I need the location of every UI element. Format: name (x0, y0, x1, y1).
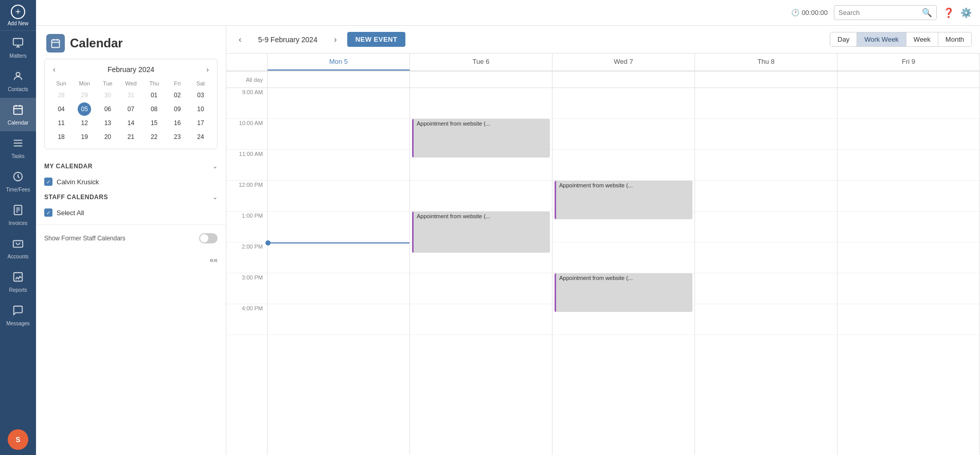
day-slot[interactable] (268, 273, 409, 304)
view-month-button[interactable]: Month (938, 32, 971, 46)
mini-cal-day[interactable]: 08 (148, 102, 161, 116)
day-slot[interactable] (268, 150, 409, 181)
day-slot[interactable] (268, 242, 409, 273)
staff-select-all-item[interactable]: ✓ Select All (44, 206, 218, 219)
my-calendar-item-calvin[interactable]: ✓ Calvin Krusick (44, 175, 218, 188)
mini-cal-day[interactable]: 28 (55, 89, 68, 102)
calvin-checkbox[interactable]: ✓ (44, 178, 52, 186)
view-day-button[interactable]: Day (830, 32, 857, 46)
new-event-button[interactable]: NEW EVENT (347, 32, 406, 47)
mini-cal-day[interactable]: 23 (171, 130, 184, 144)
mini-cal-day[interactable]: 13 (101, 116, 114, 130)
day-slot[interactable] (838, 88, 979, 119)
day-slot[interactable] (268, 304, 409, 335)
mini-cal-day[interactable]: 10 (194, 102, 207, 116)
day-col-wed[interactable]: Appointment from website (... Appointmen… (553, 88, 695, 455)
mini-cal-day[interactable]: 20 (101, 130, 114, 144)
day-slot[interactable] (838, 181, 979, 212)
sidebar-item-reports[interactable]: Reports (0, 265, 36, 299)
staff-calendars-header[interactable]: STAFF CALENDARS ⌄ (44, 188, 218, 206)
day-slot[interactable] (268, 181, 409, 212)
mini-cal-day[interactable]: 22 (148, 130, 161, 144)
day-slot[interactable] (695, 242, 837, 273)
user-logo[interactable]: S (8, 429, 28, 450)
day-slot[interactable] (695, 304, 837, 335)
day-slot[interactable] (410, 304, 552, 335)
collapse-panel-button[interactable]: «« (36, 252, 226, 268)
mini-cal-day[interactable]: 30 (101, 89, 114, 102)
day-slot[interactable] (838, 242, 979, 273)
calendar-prev-button[interactable]: ‹ (235, 33, 245, 46)
view-week-button[interactable]: Week (906, 32, 938, 46)
event-appointment-tue-1pm[interactable]: Appointment from website (... (412, 212, 550, 253)
mini-cal-day[interactable]: 11 (55, 116, 68, 130)
day-slot[interactable] (553, 150, 694, 181)
day-slot[interactable] (553, 88, 694, 119)
calendar-next-button[interactable]: › (330, 33, 341, 46)
mini-cal-day[interactable]: 12 (78, 116, 91, 130)
mini-cal-day[interactable]: 29 (78, 89, 91, 102)
day-slot[interactable] (410, 181, 552, 212)
mini-cal-day[interactable]: 06 (101, 102, 114, 116)
mini-cal-day[interactable]: 03 (194, 89, 207, 102)
day-slot[interactable] (553, 119, 694, 150)
day-slot[interactable] (838, 212, 979, 242)
mini-cal-day[interactable]: 15 (148, 116, 161, 130)
day-slot[interactable] (553, 242, 694, 273)
day-slot[interactable] (838, 304, 979, 335)
day-col-thu[interactable] (695, 88, 838, 455)
settings-icon[interactable]: ⚙️ (960, 7, 972, 19)
day-slot[interactable] (268, 119, 409, 150)
event-appointment-wed-3pm[interactable]: Appointment from website (... (555, 273, 692, 312)
mini-cal-day[interactable]: 02 (171, 89, 184, 102)
day-slot[interactable] (410, 273, 552, 304)
day-slot[interactable] (695, 88, 837, 119)
sidebar-item-invoices[interactable]: Invoices (0, 198, 36, 232)
day-slot[interactable] (838, 150, 979, 181)
day-slot[interactable] (838, 273, 979, 304)
search-input[interactable] (839, 9, 919, 16)
day-slot[interactable] (268, 88, 409, 119)
mini-cal-day[interactable]: 19 (78, 130, 91, 144)
mini-cal-day[interactable]: 17 (194, 116, 207, 130)
day-slot[interactable] (695, 181, 837, 212)
sidebar-item-messages[interactable]: Messages (0, 299, 36, 332)
mini-cal-day[interactable]: 14 (124, 116, 137, 130)
sidebar-item-calendar[interactable]: Calendar (0, 98, 36, 131)
mini-cal-day[interactable]: 31 (124, 89, 137, 102)
day-slot[interactable] (695, 212, 837, 242)
mini-cal-day-selected[interactable]: 05 (78, 102, 91, 116)
sidebar-item-timefees[interactable]: Time/Fees (0, 165, 36, 198)
search-box[interactable]: 🔍 (834, 5, 937, 20)
day-slot[interactable] (410, 88, 552, 119)
day-slot[interactable] (268, 212, 409, 242)
mini-cal-day[interactable]: 18 (55, 130, 68, 144)
mini-cal-day[interactable]: 09 (171, 102, 184, 116)
sidebar-item-contacts[interactable]: Contacts (0, 64, 36, 98)
my-calendar-header[interactable]: MY CALENDAR ⌄ (44, 157, 218, 175)
select-all-checkbox[interactable]: ✓ (44, 208, 52, 217)
event-appointment-tue-10am[interactable]: Appointment from website (... (412, 119, 550, 157)
mini-cal-day[interactable]: 07 (124, 102, 137, 116)
day-slot[interactable] (695, 119, 837, 150)
day-col-mon[interactable] (268, 88, 410, 455)
help-icon[interactable]: ❓ (943, 7, 954, 19)
mini-cal-day[interactable]: 01 (148, 89, 161, 102)
day-slot[interactable] (695, 273, 837, 304)
mini-cal-day[interactable]: 04 (55, 102, 68, 116)
event-appointment-wed-12pm[interactable]: Appointment from website (... (555, 181, 692, 219)
mini-cal-next-button[interactable]: › (203, 64, 212, 75)
day-slot[interactable] (695, 150, 837, 181)
day-col-fri[interactable] (838, 88, 980, 455)
sidebar-item-accounts[interactable]: Accounts (0, 232, 36, 265)
mini-cal-day[interactable]: 24 (194, 130, 207, 144)
mini-cal-day[interactable]: 16 (171, 116, 184, 130)
mini-cal-day[interactable]: 21 (124, 130, 137, 144)
day-slot[interactable] (838, 119, 979, 150)
sidebar-item-tasks[interactable]: Tasks (0, 131, 36, 165)
add-new-button[interactable]: + Add New (0, 0, 36, 31)
show-former-toggle[interactable] (199, 233, 218, 243)
mini-cal-prev-button[interactable]: ‹ (50, 64, 59, 75)
view-workweek-button[interactable]: Work Week (857, 32, 906, 46)
day-col-tue[interactable]: Appointment from website (... Appointmen… (410, 88, 553, 455)
